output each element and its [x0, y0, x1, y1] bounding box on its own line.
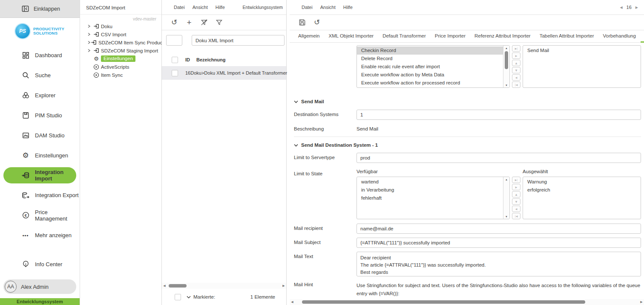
tab-allgemein[interactable]: Allgemein — [294, 33, 324, 42]
move-all-left-button[interactable]: |◀ — [512, 213, 520, 219]
list-item[interactable]: Execute workflow action for processed re… — [357, 79, 503, 87]
table-row[interactable]: 16 Doku>Doku XML Import + Default Transf… — [162, 66, 286, 80]
section-send-mail-header[interactable]: Send Mail — [294, 99, 641, 104]
mail-subject-input[interactable] — [356, 238, 641, 248]
filter-name-input[interactable] — [192, 35, 285, 46]
tab-default-transformer[interactable]: Default Transformer — [378, 33, 430, 42]
selected-states-list[interactable]: Warnung erfolgreich — [523, 177, 641, 219]
move-up-button[interactable]: ▲ — [512, 191, 520, 198]
menu-ansicht[interactable]: Ansicht — [320, 5, 336, 10]
tab-tabellen-attribut-importer[interactable]: Tabellen Attribut Importer — [535, 33, 598, 42]
sidebar-item-suche[interactable]: Suche — [0, 65, 80, 85]
tree-item-activescripts[interactable]: ActiveScripts — [80, 63, 161, 71]
add-button[interactable]: + — [184, 18, 194, 27]
tree-item-doku[interactable]: Doku — [80, 22, 161, 30]
user-menu[interactable]: AA Alex Admin — [3, 279, 76, 294]
move-right-button[interactable]: ▶ — [512, 184, 520, 190]
sidebar-item-mehr-anzeigen[interactable]: ••• Mehr anzeigen — [0, 225, 80, 245]
scroll-right-icon[interactable]: ▶ — [639, 300, 644, 304]
tree-item-sdzecom-item-sync-products[interactable]: SDZeCOM Item Sync Products — [80, 38, 161, 46]
sidebar-item-dam-studio[interactable]: DAM Studio — [0, 125, 80, 145]
scrollbar-thumb[interactable] — [505, 51, 508, 69]
mail-recipient-input[interactable] — [356, 224, 641, 234]
list-item[interactable]: in Verarbeitung — [357, 186, 503, 194]
save-button[interactable] — [297, 18, 307, 27]
sidebar-item-pim-studio[interactable]: PIM Studio — [0, 105, 80, 125]
refresh-button[interactable]: ↺ — [312, 18, 322, 27]
tree-item-einstellungen[interactable]: ⚙ Einstellungen — [80, 55, 161, 63]
scroll-up-icon[interactable]: ▲ — [505, 46, 508, 50]
move-all-right-button[interactable]: ▶| — [512, 177, 520, 183]
list-item[interactable]: Execute workflow action by Meta Data — [357, 71, 503, 79]
list-item[interactable]: erfolgreich — [523, 186, 641, 194]
move-right-button[interactable]: ▶ — [512, 52, 520, 59]
expand-chevron-icon[interactable] — [87, 41, 91, 44]
scroll-down-icon[interactable]: ▼ — [505, 83, 508, 87]
pager-prev-icon[interactable]: ◀ — [620, 6, 622, 9]
scroll-left-icon[interactable]: ◀ — [162, 284, 167, 288]
sidebar-item-integration-import[interactable]: Integration Import — [3, 167, 76, 183]
expand-chevron-icon[interactable] — [87, 32, 93, 36]
sidebar-item-integration-export[interactable]: Integration Export — [0, 185, 80, 205]
destination-systems-input[interactable] — [356, 110, 641, 120]
scroll-right-icon[interactable]: ▶ — [281, 284, 286, 288]
menu-ansicht[interactable]: Ansicht — [193, 5, 208, 10]
mail-text-textarea[interactable]: Dear recipient The article {=ATTRVAL("11… — [356, 252, 641, 276]
menu-hilfe[interactable]: Hilfe — [343, 5, 353, 10]
select-all-checkbox[interactable] — [172, 57, 178, 63]
list-vertical-scrollbar[interactable]: ▲ ▼ — [503, 46, 509, 87]
tree-item-csv-import[interactable]: CSV Import — [80, 30, 161, 38]
tab-referenz-attribut-importer[interactable]: Referenz Attribut Importer — [470, 33, 535, 42]
sidebar-item-einstellungen[interactable]: ⚙ Einstellungen — [0, 145, 80, 166]
expand-chevron-icon[interactable] — [87, 24, 93, 28]
filter-id-input[interactable] — [166, 35, 182, 46]
scrollbar-thumb[interactable] — [169, 284, 187, 288]
menu-datei[interactable]: Datei — [174, 5, 185, 10]
tab-vorbehandlung[interactable]: Vorbehandlung — [599, 33, 640, 42]
scroll-down-icon[interactable]: ▼ — [505, 214, 508, 219]
menu-datei[interactable]: Datei — [302, 5, 313, 10]
move-down-button[interactable]: ▼ — [512, 67, 520, 73]
refresh-button[interactable]: ↺ — [170, 18, 179, 27]
move-left-button[interactable]: ◀ — [512, 206, 520, 212]
tree-item-item-sync[interactable]: Item Sync — [80, 71, 161, 79]
section-destination-header[interactable]: Send Mail Destination System - 1 — [294, 142, 641, 148]
expand-chevron-icon[interactable] — [87, 49, 93, 52]
clear-filter-icon[interactable] — [199, 18, 209, 27]
list-horizontal-scrollbar[interactable]: ◀ ▶ — [162, 283, 286, 289]
tab-price-importer[interactable]: Price Importer — [431, 33, 470, 42]
scroll-left-icon[interactable]: ◀ — [290, 300, 295, 304]
list-vertical-scrollbar[interactable]: ▲ ▼ — [503, 177, 509, 219]
chevron-down-icon[interactable] — [187, 296, 191, 299]
sidebar-item-info-center[interactable]: Info Center — [0, 254, 80, 274]
move-left-button[interactable]: ◀ — [512, 74, 520, 81]
available-actions-list[interactable]: Checkin Record Delete Record Enable reca… — [356, 45, 510, 88]
limit-servertype-input[interactable] — [356, 153, 641, 163]
row-checkbox[interactable] — [172, 70, 178, 76]
list-item[interactable]: Warnung — [523, 178, 641, 186]
pager-next-icon[interactable]: ▶ — [635, 6, 638, 9]
sidebar-item-explorer[interactable]: Explorer — [0, 85, 80, 105]
scrollbar-thumb[interactable] — [302, 300, 585, 304]
list-item[interactable]: Enable recalc rule event after import — [357, 63, 503, 71]
sidebar-item-dashboard[interactable]: Dashboard — [0, 45, 80, 65]
tree-item-sdzecom-staging-import[interactable]: SDZeCOM Staging Import — [80, 46, 161, 55]
list-item[interactable]: wartend — [357, 178, 503, 186]
sidebar-item-price-management[interactable]: € Price Management — [0, 205, 80, 225]
move-all-right-button[interactable]: ▶| — [512, 45, 520, 52]
move-down-button[interactable]: ▼ — [512, 198, 520, 205]
tab-xml-objekt-importer[interactable]: XML Objekt Importer — [325, 33, 378, 42]
move-all-left-button[interactable]: |◀ — [512, 81, 520, 88]
marked-checkbox[interactable] — [175, 294, 181, 300]
list-item[interactable]: Checkin Record — [357, 46, 503, 55]
available-states-list[interactable]: wartend in Verarbeitung fehlerhaft ▲ ▼ — [356, 177, 510, 219]
list-item[interactable]: fehlerhaft — [357, 194, 503, 202]
chosen-actions-list[interactable]: Send Mail — [523, 45, 641, 88]
list-item[interactable]: Delete Record — [357, 55, 503, 63]
tab-nachbehandlung[interactable]: Nachbehandlung — [641, 33, 644, 43]
filter-icon[interactable] — [214, 18, 224, 27]
collapse-sidebar-button[interactable]: Einklappen — [0, 0, 80, 18]
scroll-up-icon[interactable]: ▲ — [505, 177, 508, 182]
move-up-button[interactable]: ▲ — [512, 60, 520, 66]
list-item[interactable]: Send Mail — [523, 46, 641, 55]
